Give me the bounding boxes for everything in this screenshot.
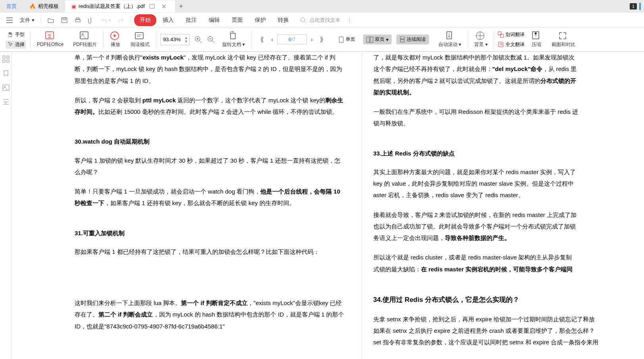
paragraph: 其实上面那种方案最大的问题，就是如果你对某个 redis master 实例，写…: [373, 166, 644, 201]
chevron-down-icon: ▾: [32, 17, 35, 23]
paragraph: 单，第一个 if 判断会执行"exists myLock"，发现 myLock …: [75, 52, 346, 86]
paragraph: 一般我们在生产系统中，可以用 Redisson 框架提供的这个类库来基于 red…: [373, 106, 644, 129]
zoom-out-button[interactable]: [205, 36, 217, 44]
tabs-bar: 首页 🔥 稻壳模板 ▣ redis面试题及答案（上）.pdf + 1: [0, 0, 644, 13]
svg-rect-27: [3, 85, 9, 90]
select-tool[interactable]: 选择: [6, 40, 26, 49]
svg-rect-15: [367, 37, 369, 42]
section-heading: 35.使用过 Redis 做异步队列么，你是怎么用的？有什么缺点？: [373, 356, 644, 359]
file-menu[interactable]: 文件 ▾: [17, 15, 38, 25]
zoom-value[interactable]: 93.43%: [161, 36, 183, 42]
svg-rect-4: [76, 18, 79, 19]
menu-page[interactable]: 页面: [226, 14, 248, 26]
menu-start[interactable]: 开始: [134, 14, 156, 26]
tab-document[interactable]: ▣ redis面试题及答案（上）.pdf: [65, 0, 175, 12]
compress-icon: [531, 31, 542, 40]
page-right: 了，就是每次都对 myLock 数据结构中的那个加锁次数减 1。如果发现加锁次这…: [362, 52, 644, 359]
print-icon[interactable]: [71, 16, 84, 25]
pdf-office-button[interactable]: PDF转Office: [32, 31, 68, 48]
more-icon[interactable]: ⋮: [347, 17, 352, 23]
svg-rect-18: [400, 40, 404, 42]
zoom-in-icon: [194, 36, 202, 44]
scroll-icon: [444, 31, 456, 40]
window-icon[interactable]: [149, 3, 155, 10]
continuous-button[interactable]: 连续阅读: [396, 35, 429, 44]
save-icon[interactable]: [58, 16, 71, 25]
menu-icon[interactable]: [3, 16, 16, 25]
menu-annotate[interactable]: 批注: [180, 14, 202, 26]
section-heading: 30.watch dog 自动延期机制: [75, 136, 346, 147]
menu-insert[interactable]: 插入: [157, 14, 179, 26]
redo-icon[interactable]: [115, 16, 127, 25]
paragraph: 先拿 setnx 来争抢锁，抢到之后，再用 expire 给锁加一个过期时间防止…: [373, 313, 644, 348]
single-icon: [338, 36, 344, 43]
undo-icon[interactable]: ▾: [98, 16, 114, 25]
zoom-up-icon[interactable]: ▲: [185, 36, 188, 40]
paragraph: 简单！只要客户端 1 一旦加锁成功，就会启动一个 watch dog 看门狗，他…: [75, 186, 346, 209]
image-icon: [79, 31, 90, 40]
attach-icon[interactable]: [85, 15, 97, 25]
section-heading: 33.上述 Redis 分布式锁的缺点: [373, 148, 644, 159]
screenshot-button[interactable]: 截图和对比: [547, 31, 580, 48]
full-translate-button[interactable]: 全文翻译: [496, 40, 526, 49]
cursor-icon: [7, 41, 13, 48]
svg-rect-0: [150, 4, 154, 8]
open-icon[interactable]: [44, 16, 57, 25]
svg-rect-13: [231, 33, 235, 39]
play-icon: [110, 31, 121, 40]
tab-home[interactable]: 首页: [0, 0, 23, 12]
sel-translate-button[interactable]: 划词翻译: [496, 31, 526, 39]
continuous-icon: [400, 36, 405, 43]
paragraph: 这时我们来分析一下上面那段 lua 脚本。第一个 if 判断肯定不成立，"exi…: [75, 297, 346, 332]
hand-tool[interactable]: 手型: [6, 31, 26, 39]
double-page-button[interactable]: 双页▾: [363, 35, 392, 44]
menu-protect[interactable]: 保护: [249, 14, 271, 26]
svg-point-5: [301, 18, 305, 22]
pdf-image-button[interactable]: PDF转图片: [68, 31, 102, 48]
chevron-down-icon: ▾: [386, 37, 388, 42]
translate-icon: [498, 31, 504, 38]
paragraph: 了，就是每次都对 myLock 数据结构中的那个加锁次数减 1。如果发现加锁次这…: [373, 52, 644, 98]
last-page-button[interactable]: ⟫: [317, 34, 327, 45]
office-icon: [45, 31, 56, 40]
single-page-button[interactable]: 单页: [335, 35, 358, 44]
search-icon[interactable]: [300, 17, 306, 23]
zoom-down-icon[interactable]: ▼: [185, 40, 188, 43]
thumbnails-icon[interactable]: [2, 56, 10, 63]
paragraph: 客户端 1 加锁的锁 key 默认生存时间才 30 秒，如果超过了 30 秒，客…: [75, 155, 346, 178]
bg-icon: [475, 31, 486, 40]
page-input[interactable]: 6/7: [277, 35, 307, 44]
picture-rail-icon[interactable]: [2, 84, 10, 91]
menu-convert[interactable]: 转换: [272, 14, 294, 26]
new-tab-button[interactable]: +: [175, 1, 187, 12]
auto-scroll-button[interactable]: 自动滚动 ▾: [434, 31, 466, 48]
svg-rect-26: [7, 60, 9, 62]
ribbon-toolbar: 手型 选择 PDF转Office PDF转图片 播放 阅读模式 93.43% ▲…: [0, 28, 644, 52]
page-left: 单，第一个 if 判断会执行"exists myLock"，发现 myLock …: [12, 52, 362, 359]
rotate-button[interactable]: 旋转文档 ▾: [217, 31, 250, 48]
notification-badge[interactable]: 1: [630, 3, 637, 10]
outline-rail-icon[interactable]: [2, 98, 10, 106]
bookmark-rail-icon[interactable]: [2, 70, 10, 77]
zoom-in-button[interactable]: [192, 36, 205, 44]
svg-rect-23: [3, 56, 5, 58]
next-page-button[interactable]: ›: [308, 35, 316, 45]
content-area: 单，第一个 if 判断会执行"exists myLock"，发现 myLock …: [0, 52, 644, 359]
search-placeholder[interactable]: 点此查找文本: [310, 17, 340, 24]
menu-edit[interactable]: 编辑: [203, 14, 225, 26]
svg-rect-16: [370, 37, 373, 42]
svg-rect-3: [75, 19, 80, 22]
paragraph: 那如果客户端 1 都已经持有了这把锁了，结果可重入的加锁会怎么样呢？比如下面这种…: [75, 246, 346, 257]
svg-rect-17: [400, 36, 404, 39]
prev-page-button[interactable]: ‹: [268, 35, 276, 45]
svg-rect-21: [500, 34, 504, 37]
first-page-button[interactable]: ⟪: [257, 34, 267, 45]
background-button[interactable]: 背景 ▾: [469, 31, 492, 48]
play-button[interactable]: 播放: [105, 31, 126, 48]
close-icon[interactable]: [161, 3, 167, 10]
tab-template[interactable]: 🔥 稻壳模板: [23, 0, 65, 12]
read-mode-button[interactable]: 阅读模式: [126, 31, 154, 48]
compress-button[interactable]: 压缩: [526, 31, 547, 48]
rotate-icon: [228, 31, 239, 40]
flame-icon: 🔥: [29, 4, 36, 10]
